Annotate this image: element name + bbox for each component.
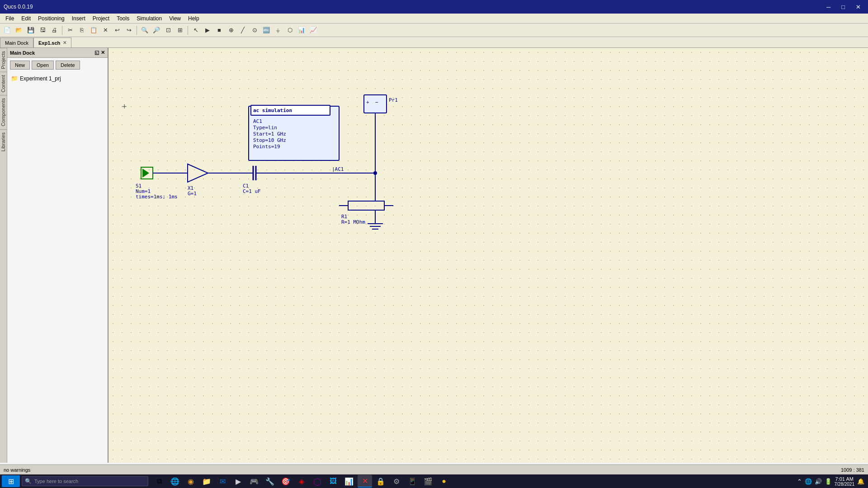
svg-marker-19 xyxy=(188,164,208,182)
main-area: Projects Content Components Libraries Ma… xyxy=(0,48,868,463)
save-button[interactable]: 💾 xyxy=(25,25,36,36)
redo-button[interactable]: ↪ xyxy=(123,25,134,36)
paste-button[interactable]: 📋 xyxy=(88,25,99,36)
clock[interactable]: 7:01 AM 7/28/2021 xyxy=(835,476,855,487)
chrome-button[interactable]: ◉ xyxy=(184,475,198,488)
toolbar-sep1 xyxy=(62,26,62,35)
new-project-button[interactable]: New xyxy=(10,61,30,70)
left-sidebar-tabs: Projects Content Components Libraries xyxy=(0,48,7,463)
video-button[interactable]: 🎬 xyxy=(421,475,435,488)
taskview-button[interactable]: ⧉ xyxy=(152,475,166,488)
menu-project[interactable]: Project xyxy=(89,14,113,23)
port-button[interactable]: ⬡ xyxy=(284,25,295,36)
menu-simulation[interactable]: Simulation xyxy=(133,14,165,23)
select-button[interactable]: ↖ xyxy=(190,25,201,36)
start-button[interactable]: ⊞ xyxy=(2,475,20,487)
svg-text:AC1: AC1 xyxy=(253,118,262,124)
print-button[interactable]: 🖨 xyxy=(49,25,60,36)
steam-button[interactable]: 🎮 xyxy=(247,475,261,488)
ground-button[interactable]: ⏚ xyxy=(273,25,283,36)
menu-help[interactable]: Help xyxy=(184,14,203,23)
dock-float-button[interactable]: ◱ xyxy=(94,50,99,56)
qucs-button[interactable]: ● xyxy=(437,475,451,488)
stop-sim-button[interactable]: ■ xyxy=(214,25,225,36)
notification-icon[interactable]: 🔔 xyxy=(857,478,864,485)
menu-edit[interactable]: Edit xyxy=(18,14,34,23)
menu-insert[interactable]: Insert xyxy=(68,14,89,23)
menu-file[interactable]: File xyxy=(2,14,18,23)
photos-button[interactable]: 🖼 xyxy=(326,475,340,488)
delete-button[interactable]: ✕ xyxy=(100,25,111,36)
battery-icon[interactable]: 🔋 xyxy=(825,478,832,485)
menu-view[interactable]: View xyxy=(165,14,184,23)
minimize-button[interactable]: ─ xyxy=(823,3,834,11)
cut-button[interactable]: ✂ xyxy=(65,25,75,36)
save-all-button[interactable]: 🖫 xyxy=(37,25,48,36)
copy-button[interactable]: ⎘ xyxy=(76,25,87,36)
diagram-button[interactable]: 📊 xyxy=(296,25,307,36)
app-red[interactable]: ◈ xyxy=(294,475,309,488)
svg-text:Points=19: Points=19 xyxy=(253,144,280,150)
svg-text:C=1 uF: C=1 uF xyxy=(243,188,261,194)
network-icon[interactable]: 🌐 xyxy=(805,478,812,485)
search-icon: 🔍 xyxy=(25,478,32,484)
menu-tools[interactable]: Tools xyxy=(113,14,133,23)
clock-time: 7:01 AM xyxy=(835,476,855,482)
dev-button[interactable]: 🔧 xyxy=(263,475,277,488)
tab-exp1-sch[interactable]: Exp1.sch ✕ xyxy=(33,38,71,47)
tab-main-dock[interactable]: Main Dock xyxy=(0,38,33,47)
run-sim-button[interactable]: ▶ xyxy=(202,25,213,36)
dataset-button[interactable]: 📈 xyxy=(308,25,319,36)
dock-close-button[interactable]: ✕ xyxy=(101,50,105,56)
sidebar-tab-content[interactable]: Content xyxy=(0,72,7,95)
svg-text:Pr1: Pr1 xyxy=(389,97,398,103)
app-circle[interactable]: ◯ xyxy=(310,475,325,488)
settings-button[interactable]: ⚙ xyxy=(389,475,404,488)
zoom-fit-button[interactable]: ⊡ xyxy=(163,25,174,36)
delete-project-button[interactable]: Delete xyxy=(56,61,80,70)
close-button[interactable]: ✕ xyxy=(852,3,864,11)
search-bar[interactable]: 🔍 Type here to search xyxy=(22,476,148,486)
lock-button[interactable]: 🔒 xyxy=(373,475,388,488)
mail-button[interactable]: ✉ xyxy=(215,475,230,488)
volume-icon[interactable]: 🔊 xyxy=(815,478,822,485)
zoom-in-button[interactable]: 🔍 xyxy=(139,25,150,36)
dock-title: Main Dock xyxy=(10,50,35,56)
tabbar: Main Dock Exp1.sch ✕ xyxy=(0,37,868,48)
window-controls: ─ □ ✕ xyxy=(823,3,864,11)
open-file-button[interactable]: 📂 xyxy=(14,25,24,36)
wire-button[interactable]: ╱ xyxy=(237,25,248,36)
svg-text:−: − xyxy=(375,99,378,105)
edge-button[interactable]: 🌐 xyxy=(168,475,182,488)
chevron-icon[interactable]: ⌃ xyxy=(797,478,802,485)
svg-point-43 xyxy=(373,171,377,175)
undo-button[interactable]: ↩ xyxy=(112,25,123,36)
statusbar: no warnings 1009 : 381 xyxy=(0,465,868,474)
open-project-button[interactable]: Open xyxy=(32,61,54,70)
project-name: Experiment 1_prj xyxy=(20,75,61,82)
search-placeholder: Type here to search xyxy=(34,479,78,484)
sidebar-tab-components[interactable]: Components xyxy=(0,95,7,129)
schematic-canvas[interactable]: + ac simulation AC1 Type=lin Start=1 GHz… xyxy=(108,48,868,463)
explorer-button[interactable]: 📁 xyxy=(199,475,214,488)
zoom-out-button[interactable]: 🔎 xyxy=(151,25,162,36)
restore-button[interactable]: □ xyxy=(838,3,849,11)
new-file-button[interactable]: 📄 xyxy=(2,25,13,36)
project-item[interactable]: 📁 Experiment 1_prj xyxy=(9,74,106,83)
node-button[interactable]: ⊙ xyxy=(249,25,260,36)
mobile-button[interactable]: 📱 xyxy=(405,475,420,488)
component-button[interactable]: ⊕ xyxy=(226,25,236,36)
app-active[interactable]: ✕ xyxy=(358,475,372,488)
sidebar-tab-projects[interactable]: Projects xyxy=(0,48,7,72)
titlebar: Qucs 0.0.19 ─ □ ✕ xyxy=(0,0,868,14)
tab-close-button[interactable]: ✕ xyxy=(63,40,66,45)
menubar: File Edit Positioning Insert Project Too… xyxy=(0,14,868,23)
zoom-all-button[interactable]: ⊞ xyxy=(175,25,185,36)
excel-button[interactable]: 📊 xyxy=(342,475,356,488)
sidebar-tab-libraries[interactable]: Libraries xyxy=(0,129,7,154)
media-button[interactable]: ▶ xyxy=(231,475,245,488)
label-button[interactable]: 🔤 xyxy=(261,25,272,36)
schematic-svg: ac simulation AC1 Type=lin Start=1 GHz S… xyxy=(108,48,868,463)
epic-button[interactable]: 🎯 xyxy=(278,475,293,488)
menu-positioning[interactable]: Positioning xyxy=(34,14,68,23)
